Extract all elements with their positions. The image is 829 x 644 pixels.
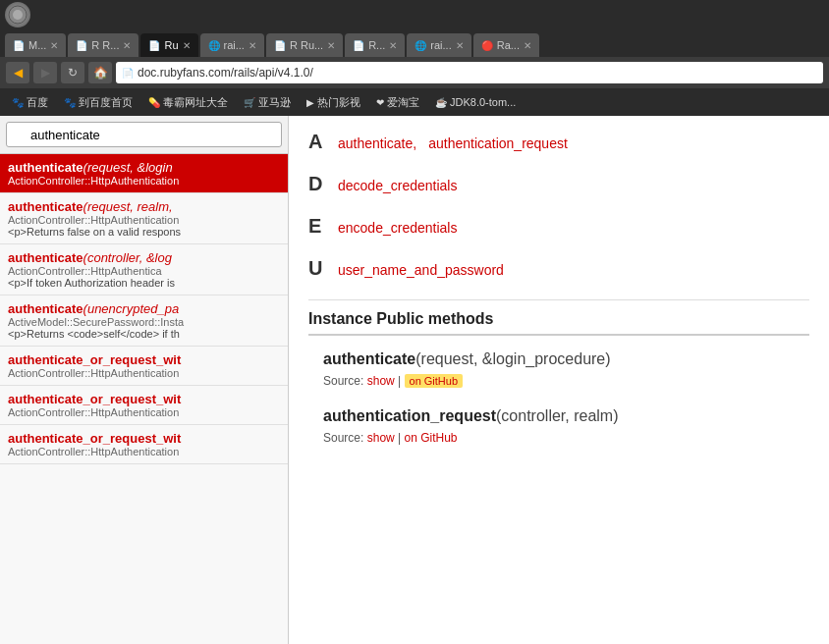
alpha-link-encode[interactable]: encode_credentials xyxy=(338,220,457,236)
item-subtitle: ActionController::HttpAuthentication xyxy=(8,406,280,418)
tab-icon: 🔴 xyxy=(481,40,493,51)
bookmark-baidu-home[interactable]: 🐾 到百度首页 xyxy=(58,93,138,112)
address-bar[interactable]: 📄 doc.rubyfans.com/rails/api/v4.1.0/ xyxy=(116,62,823,83)
bookmark-baidu[interactable]: 🐾 百度 xyxy=(6,93,54,112)
tab-close[interactable]: ✕ xyxy=(183,40,191,51)
tab-icon: 📄 xyxy=(76,40,87,51)
back-button[interactable]: ◀ xyxy=(6,62,29,83)
amazon-icon: 🛒 xyxy=(244,97,255,108)
item-subtitle: ActionController::HttpAuthentica xyxy=(8,265,280,277)
pipe-1: | xyxy=(398,374,404,388)
item-title-italic: (request, &login xyxy=(83,160,173,175)
tab-rru[interactable]: 📄 R Ru... ✕ xyxy=(266,33,343,57)
item-title-bold: authenticate_or_request_wit xyxy=(8,431,181,446)
item-title: authenticate_or_request_wit xyxy=(8,392,280,406)
item-title: authenticate_or_request_wit xyxy=(8,352,280,367)
tab-close[interactable]: ✕ xyxy=(249,40,256,51)
item-title-bold: authenticate xyxy=(8,301,83,316)
alpha-link-authenticate[interactable]: authenticate, xyxy=(338,135,416,151)
bookmark-amazon[interactable]: 🛒 亚马逊 xyxy=(238,93,297,112)
item-title: authenticate(request, &login xyxy=(8,160,280,175)
method-block-authenticate: authenticate(request, &login_procedure) … xyxy=(308,350,809,388)
tab-close[interactable]: ✕ xyxy=(50,40,58,51)
source-line-2: Source: show | on GitHub xyxy=(323,431,809,445)
alpha-link-auth-request[interactable]: authentication_request xyxy=(428,135,568,151)
instance-public-methods-title: Instance Public methods xyxy=(308,310,809,336)
tab-close[interactable]: ✕ xyxy=(524,40,531,51)
tab-icon: 📄 xyxy=(274,40,286,51)
sidebar-item[interactable]: authenticate(request, realm, ActionContr… xyxy=(0,193,288,244)
item-title-bold: authenticate_or_request_wit xyxy=(8,352,181,367)
main-area: 🔍 authenticate(request, &login ActionCon… xyxy=(0,116,829,644)
bookmark-duba[interactable]: 💊 毒霸网址大全 xyxy=(142,93,234,112)
address-text: doc.rubyfans.com/rails/api/v4.1.0/ xyxy=(138,66,313,80)
refresh-button[interactable]: ↻ xyxy=(61,62,84,83)
sidebar-item[interactable]: authenticate(controller, &log ActionCont… xyxy=(0,244,288,295)
tab-ru[interactable]: 📄 Ru ✕ xyxy=(140,33,197,57)
item-title: authenticate(request, realm, xyxy=(8,199,280,214)
bookmark-jdk[interactable]: ☕ JDK8.0-tom... xyxy=(429,94,522,110)
tab-icon: 📄 xyxy=(13,40,25,51)
source-label-2: Source: xyxy=(323,431,367,445)
method-signature-2: authentication_request(controller, realm… xyxy=(323,407,809,425)
tab-close[interactable]: ✕ xyxy=(123,40,131,51)
alpha-letter-a: A xyxy=(308,131,338,153)
show-link-1[interactable]: show xyxy=(367,374,395,388)
svg-point-1 xyxy=(13,10,23,20)
browser-logo xyxy=(5,2,30,27)
sidebar-item[interactable]: authenticate(unencrypted_pa ActiveModel:… xyxy=(0,295,288,347)
tab-close[interactable]: ✕ xyxy=(456,40,464,51)
tab-close[interactable]: ✕ xyxy=(327,40,335,51)
source-line-1: Source: show | on GitHub xyxy=(323,374,809,388)
item-subtitle: ActionController::HttpAuthentication xyxy=(8,446,280,457)
forward-button[interactable]: ▶ xyxy=(33,62,57,83)
show-link-2[interactable]: show xyxy=(367,431,395,445)
method-name-2: authentication_request xyxy=(323,407,496,424)
bookmarks-bar: 🐾 百度 🐾 到百度首页 💊 毒霸网址大全 🛒 亚马逊 ▶ 热门影视 ❤ 爱淘宝… xyxy=(0,88,829,116)
search-wrapper: 🔍 xyxy=(6,122,282,147)
baidu-icon: 🐾 xyxy=(12,97,24,108)
sidebar-item[interactable]: authenticate_or_request_wit ActionContro… xyxy=(0,347,288,386)
alpha-section-u: U user_name_and_password xyxy=(308,257,809,280)
tab-r2[interactable]: 📄 R... ✕ xyxy=(345,33,405,57)
alpha-link-decode[interactable]: decode_credentials xyxy=(338,178,457,193)
sidebar-item[interactable]: authenticate_or_request_wit ActionContro… xyxy=(0,386,288,425)
item-subtitle: ActionController::HttpAuthentication xyxy=(8,175,280,187)
baidu-home-icon: 🐾 xyxy=(64,97,76,108)
item-title-italic: (unencrypted_pa xyxy=(83,301,180,316)
method-block-auth-request: authentication_request(controller, realm… xyxy=(308,407,809,445)
tabs-bar: 📄 M... ✕ 📄 R R... ✕ 📄 Ru ✕ 🌐 rai... ✕ 📄 … xyxy=(0,29,829,57)
github-link-2[interactable]: on GitHub xyxy=(405,431,458,445)
alpha-links-e: encode_credentials xyxy=(338,220,457,236)
alpha-section-d: D decode_credentials xyxy=(308,173,809,195)
item-title: authenticate_or_request_wit xyxy=(8,431,280,446)
method-signature-1: authenticate(request, &login_procedure) xyxy=(323,350,809,368)
item-title-bold: authenticate xyxy=(8,199,83,214)
bookmark-taobao[interactable]: ❤ 爱淘宝 xyxy=(370,93,425,112)
tab-rai2[interactable]: 🌐 rai... ✕ xyxy=(407,33,470,57)
tab-icon: 📄 xyxy=(148,40,160,51)
sidebar-item[interactable]: authenticate(request, &login ActionContr… xyxy=(0,154,288,193)
alpha-links-d: decode_credentials xyxy=(338,178,457,193)
alpha-link-username[interactable]: user_name_and_password xyxy=(338,262,504,278)
divider xyxy=(308,299,809,300)
item-title-italic: (request, realm, xyxy=(83,199,173,214)
item-subtitle: ActionController::HttpAuthentication xyxy=(8,214,280,226)
search-input[interactable] xyxy=(6,122,282,147)
tab-close[interactable]: ✕ xyxy=(389,40,397,51)
sidebar: 🔍 authenticate(request, &login ActionCon… xyxy=(0,116,289,644)
item-title-italic: (controller, &log xyxy=(83,250,172,265)
tab-rai1[interactable]: 🌐 rai... ✕ xyxy=(200,33,264,57)
bookmark-video[interactable]: ▶ 热门影视 xyxy=(301,93,366,112)
item-desc: <p>Returns false on a valid respons xyxy=(8,226,280,238)
tab-m[interactable]: 📄 M... ✕ xyxy=(5,33,66,57)
item-desc: <p>Returns <code>self</code> if th xyxy=(8,328,280,340)
tab-rr[interactable]: 📄 R R... ✕ xyxy=(68,33,138,57)
github-link-1[interactable]: on GitHub xyxy=(405,374,464,388)
alpha-links-a: authenticate, authentication_request xyxy=(338,135,568,151)
sidebar-item[interactable]: authenticate_or_request_wit ActionContro… xyxy=(0,425,288,464)
alpha-letter-u: U xyxy=(308,257,338,280)
method-params-1: (request, &login_procedure) xyxy=(415,350,610,367)
home-button[interactable]: 🏠 xyxy=(88,62,112,83)
tab-ra[interactable]: 🔴 Ra... ✕ xyxy=(473,33,539,57)
